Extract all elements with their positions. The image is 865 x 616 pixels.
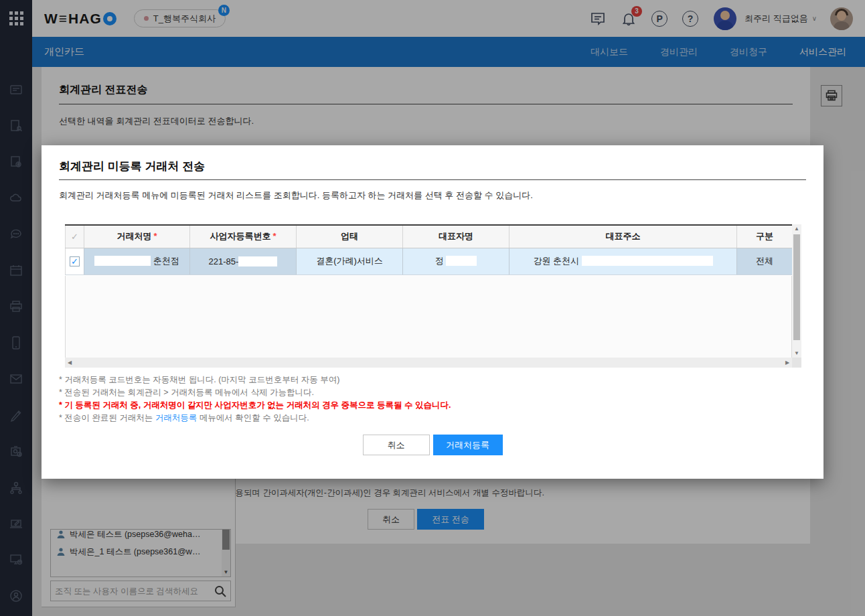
cell-ceo-name: 정 [403, 248, 509, 275]
client-table: ✓ 거래처명* 사업자등록번호* 업태 대표자명 대표주소 구분 ✓ 춘천점 2… [65, 224, 793, 275]
select-all-header[interactable]: ✓ [66, 225, 84, 248]
redacted-text [238, 256, 277, 266]
table-row[interactable]: ✓ 춘천점 221-85- 결혼(가례)서비스 정 강원 춘천시 전체 [66, 248, 793, 275]
col-gubun: 구분 [737, 225, 793, 248]
col-biz-number: 사업자등록번호* [190, 225, 297, 248]
col-industry: 업태 [297, 225, 403, 248]
client-grid: ✓ 거래처명* 사업자등록번호* 업태 대표자명 대표주소 구분 ✓ 춘천점 2… [65, 224, 801, 368]
scroll-down-icon[interactable]: ▼ [792, 349, 801, 358]
modal-register-button[interactable]: 거래처등록 [433, 435, 503, 455]
modal-title-divider [59, 179, 806, 180]
col-address: 대표주소 [509, 225, 737, 248]
grid-horizontal-scrollbar[interactable]: ◀ ▶ [65, 358, 792, 368]
modal-notes: * 거래처등록 코드번호는 자동채번 됩니다. (마지막 코드번호부터 자동 부… [59, 374, 806, 425]
scroll-right-icon[interactable]: ▶ [783, 358, 792, 368]
note-line-warning: * 기 등록된 거래처 중, 거래처명이 같지만 사업자번호가 없는 거래처의 … [59, 399, 806, 412]
note-line: * 전송된 거래처는 회계관리 > 거래처등록 메뉴에서 삭제 가능합니다. [59, 386, 806, 399]
scrollbar-corner [792, 358, 801, 368]
scroll-left-icon[interactable]: ◀ [65, 358, 74, 368]
check-icon: ✓ [71, 232, 78, 242]
cell-client-name: 춘천점 [84, 248, 190, 275]
redacted-text [94, 256, 151, 266]
modal-description: 회계관리 거래처등록 메뉴에 미등록된 거래처 리스트를 조회합니다. 등록하고… [59, 189, 806, 202]
modal-title: 회계관리 미등록 거래처 전송 [59, 159, 806, 174]
row-checkbox[interactable]: ✓ [70, 256, 80, 266]
redacted-text [582, 256, 713, 266]
client-register-link[interactable]: 거래처등록 [155, 413, 198, 422]
grid-empty-area [65, 276, 792, 358]
unregistered-client-modal: 회계관리 미등록 거래처 전송 회계관리 거래처등록 메뉴에 미등록된 거래처 … [42, 145, 823, 479]
grid-vertical-scrollbar[interactable]: ▲ ▼ [792, 224, 801, 358]
scrollbar-thumb[interactable] [793, 234, 800, 340]
required-mark: * [153, 231, 157, 241]
required-mark: * [272, 231, 276, 241]
cell-industry: 결혼(가례)서비스 [297, 248, 403, 275]
col-client-name: 거래처명* [84, 225, 190, 248]
modal-cancel-button[interactable]: 취소 [363, 435, 430, 455]
scroll-up-icon[interactable]: ▲ [792, 224, 801, 233]
row-checkbox-cell: ✓ [66, 248, 84, 275]
redacted-text [446, 256, 477, 266]
cell-biz-number: 221-85- [190, 248, 297, 275]
table-header-row: ✓ 거래처명* 사업자등록번호* 업태 대표자명 대표주소 구분 [66, 225, 793, 248]
check-icon: ✓ [71, 257, 78, 266]
cell-address: 강원 춘천시 [509, 248, 737, 275]
cell-gubun: 전체 [737, 248, 793, 275]
note-line: * 거래처등록 코드번호는 자동채번 됩니다. (마지막 코드번호부터 자동 부… [59, 374, 806, 386]
note-line: * 전송이 완료된 거래처는 거래처등록 메뉴에서 확인할 수 있습니다. [59, 412, 806, 425]
col-ceo-name: 대표자명 [403, 225, 509, 248]
